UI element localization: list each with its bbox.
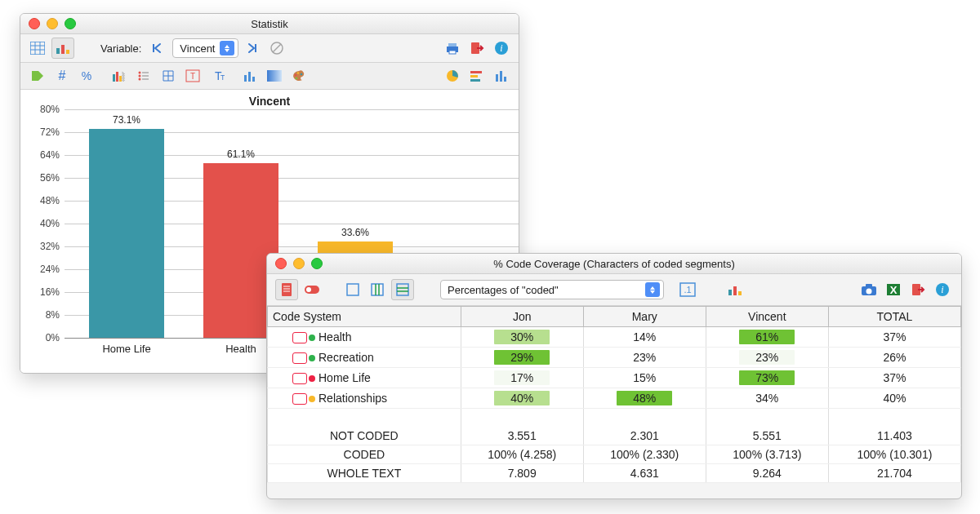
- row-label[interactable]: Recreation: [268, 348, 461, 368]
- svg-line-9: [273, 44, 281, 52]
- data-cell[interactable]: 40%: [828, 388, 960, 409]
- svg-rect-61: [728, 290, 732, 295]
- column-header[interactable]: Code System: [268, 307, 461, 327]
- svg-rect-11: [448, 43, 457, 47]
- bar-value-label: 61.1%: [203, 148, 278, 160]
- vbar-icon[interactable]: [491, 66, 512, 86]
- summary-label: NOT CODED: [268, 427, 461, 445]
- data-cell[interactable]: 23%: [583, 348, 706, 368]
- table-row: Relationships40%48%34%40%: [268, 388, 961, 409]
- bars-plain-icon[interactable]: [239, 66, 261, 86]
- data-cell[interactable]: 37%: [828, 327, 960, 348]
- svg-rect-53: [372, 284, 383, 295]
- data-cell[interactable]: 73%: [706, 368, 828, 388]
- text-table-icon[interactable]: T: [182, 66, 203, 86]
- info-icon[interactable]: i: [932, 280, 953, 299]
- summary-cell: 5.551: [706, 427, 828, 445]
- next-variable-icon[interactable]: [242, 38, 263, 58]
- data-cell[interactable]: 14%: [583, 327, 706, 348]
- grid-icon[interactable]: [158, 66, 179, 86]
- hash-icon[interactable]: #: [51, 66, 73, 86]
- data-cell[interactable]: 48%: [583, 388, 706, 409]
- palette-icon[interactable]: [288, 66, 310, 86]
- data-cell[interactable]: 30%: [461, 327, 583, 348]
- summary-cell: 9.264: [706, 464, 828, 483]
- svg-text:i: i: [500, 42, 502, 54]
- column-header[interactable]: Vincent: [706, 307, 828, 327]
- tag-icon[interactable]: [27, 66, 48, 86]
- percent-icon[interactable]: %: [76, 66, 97, 86]
- data-cell[interactable]: 40%: [461, 388, 583, 409]
- code-icon: [292, 373, 315, 384]
- row-label[interactable]: Home Life: [268, 368, 461, 388]
- code-coverage-table: Code SystemJonMaryVincentTOTALHealth30%1…: [267, 306, 961, 483]
- list-icon[interactable]: [133, 66, 154, 86]
- export-icon[interactable]: [907, 280, 929, 299]
- svg-rect-7: [66, 50, 69, 54]
- view-single-icon[interactable]: [342, 280, 363, 299]
- svg-point-37: [301, 73, 303, 76]
- document-mode-icon[interactable]: [275, 279, 298, 300]
- y-tick-label: 0%: [27, 332, 60, 343]
- close-icon[interactable]: [29, 18, 40, 29]
- data-cell[interactable]: 37%: [828, 368, 960, 388]
- summary-row: CODED100% (4.258)100% (2.330)100% (3.713…: [268, 445, 961, 464]
- chart-view-icon[interactable]: [51, 38, 74, 59]
- display-mode-select[interactable]: Percentages of "coded": [440, 280, 664, 299]
- variable-select-value: Vincent: [180, 42, 215, 55]
- close-icon[interactable]: [275, 258, 287, 269]
- column-header[interactable]: Jon: [461, 307, 583, 327]
- data-cell[interactable]: 17%: [461, 368, 583, 388]
- excel-export-icon[interactable]: X: [883, 280, 904, 299]
- data-cell[interactable]: 15%: [583, 368, 706, 388]
- row-label[interactable]: Relationships: [268, 388, 461, 409]
- summary-row: WHOLE TEXT7.8094.6319.26421.704: [268, 464, 961, 483]
- snapshot-icon[interactable]: [858, 280, 880, 299]
- clear-filter-icon[interactable]: [266, 38, 287, 58]
- row-label[interactable]: Health: [268, 327, 461, 348]
- prev-variable-icon[interactable]: [148, 38, 169, 58]
- svg-text:T: T: [190, 72, 195, 81]
- decimals-icon[interactable]: .1: [677, 280, 698, 299]
- gradient-icon[interactable]: [264, 66, 285, 86]
- code-icon: [292, 332, 315, 343]
- print-icon[interactable]: [442, 38, 463, 58]
- summary-cell: 100% (2.330): [583, 445, 706, 464]
- view-columns-icon[interactable]: [367, 280, 388, 299]
- data-cell[interactable]: 61%: [706, 327, 828, 348]
- text-size-icon[interactable]: TT: [207, 66, 228, 86]
- svg-rect-5: [56, 48, 60, 54]
- y-tick-label: 8%: [27, 309, 60, 321]
- pie-icon[interactable]: [442, 66, 463, 86]
- maximize-icon[interactable]: [65, 18, 76, 29]
- chart-icon[interactable]: [724, 280, 746, 299]
- y-tick-label: 72%: [27, 126, 60, 138]
- info-icon[interactable]: i: [491, 38, 512, 58]
- bars-colored-icon[interactable]: [109, 66, 130, 86]
- svg-rect-6: [61, 45, 65, 54]
- view-rows-icon[interactable]: [391, 279, 414, 300]
- window-title: % Code Coverage (Characters of coded seg…: [267, 258, 961, 270]
- svg-point-23: [139, 78, 141, 81]
- svg-point-51: [306, 287, 311, 292]
- summary-row: NOT CODED3.5512.3015.55111.403: [268, 427, 961, 445]
- hbar-icon[interactable]: [466, 66, 488, 86]
- svg-rect-52: [347, 284, 359, 295]
- data-cell[interactable]: 23%: [706, 348, 828, 368]
- column-header[interactable]: Mary: [583, 307, 706, 327]
- table-view-icon[interactable]: [27, 38, 48, 58]
- export-icon[interactable]: [466, 38, 488, 58]
- minimize-icon[interactable]: [293, 258, 305, 269]
- code-mode-icon[interactable]: [301, 280, 323, 299]
- column-header[interactable]: TOTAL: [828, 307, 960, 327]
- svg-rect-34: [267, 70, 282, 82]
- maximize-icon[interactable]: [311, 258, 323, 269]
- bar: 73.1%: [89, 129, 164, 338]
- data-cell[interactable]: 34%: [706, 388, 828, 409]
- data-cell[interactable]: 29%: [461, 348, 583, 368]
- variable-select[interactable]: Vincent: [172, 38, 238, 58]
- summary-cell: 100% (10.301): [828, 445, 960, 464]
- data-cell[interactable]: 26%: [828, 348, 960, 368]
- summary-cell: 11.403: [828, 427, 960, 445]
- minimize-icon[interactable]: [47, 18, 58, 29]
